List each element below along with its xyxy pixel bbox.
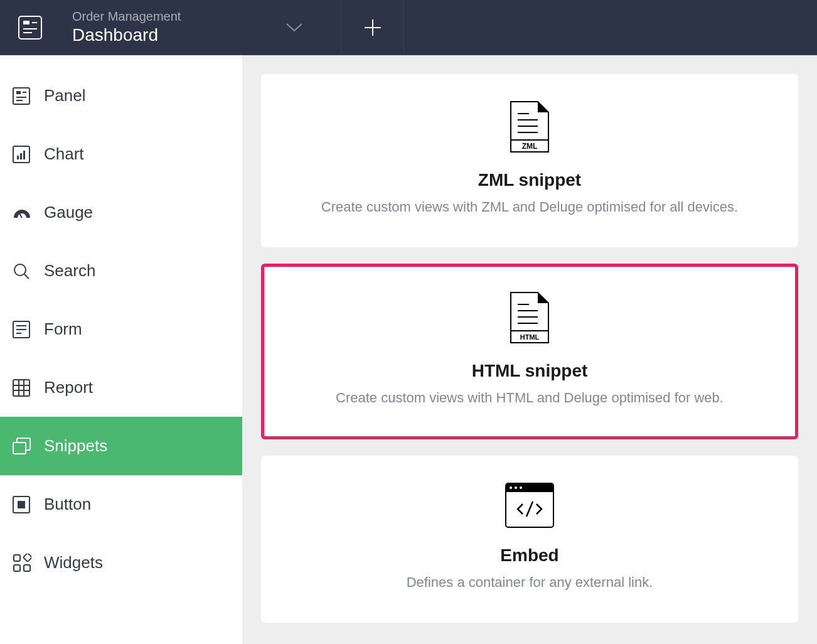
card-title: HTML snippet: [289, 361, 770, 381]
sidebar-item-label: Button: [44, 495, 91, 514]
svg-rect-8: [16, 91, 21, 94]
card-embed[interactable]: Embed Defines a container for any extern…: [261, 456, 798, 623]
card-description: Defines a container for any external lin…: [288, 574, 771, 591]
button-icon: [13, 496, 44, 513]
sidebar-item-label: Search: [44, 261, 95, 281]
card-description: Create custom views with HTML and Deluge…: [289, 390, 770, 406]
svg-rect-3: [23, 28, 37, 30]
svg-rect-28: [13, 443, 26, 454]
sidebar-item-widgets[interactable]: Widgets: [0, 534, 242, 592]
form-icon: [13, 321, 44, 338]
plus-icon: [363, 18, 382, 37]
svg-point-51: [515, 486, 517, 489]
svg-rect-14: [20, 153, 22, 159]
header-subtitle: Order Management: [72, 9, 286, 24]
sidebar-item-label: Report: [44, 378, 93, 397]
svg-rect-15: [23, 151, 25, 159]
sidebar-item-label: Chart: [44, 144, 84, 164]
chart-icon: [13, 146, 44, 163]
sidebar-item-panel[interactable]: Panel: [0, 67, 242, 125]
search-icon: [13, 262, 44, 280]
svg-rect-13: [17, 156, 19, 159]
svg-point-50: [510, 486, 512, 489]
svg-text:ZML: ZML: [522, 142, 538, 151]
svg-text:HTML: HTML: [520, 333, 540, 341]
svg-point-52: [520, 486, 522, 489]
svg-rect-30: [18, 501, 25, 508]
header: Order Management Dashboard: [0, 0, 817, 55]
header-title-section[interactable]: Order Management Dashboard: [60, 0, 341, 55]
sidebar-item-label: Gauge: [44, 203, 93, 222]
chevron-down-icon[interactable]: [286, 23, 322, 33]
svg-rect-4: [23, 32, 32, 33]
svg-rect-23: [13, 380, 29, 396]
svg-point-17: [14, 264, 26, 276]
card-html-snippet[interactable]: HTML HTML snippet Create custom views wi…: [261, 264, 798, 439]
sidebar-item-search[interactable]: Search: [0, 242, 242, 300]
widgets-icon: [13, 554, 44, 572]
sidebar-item-report[interactable]: Report: [0, 358, 242, 417]
svg-rect-31: [14, 555, 20, 561]
svg-rect-32: [14, 565, 20, 571]
card-zml-snippet[interactable]: ZML ZML snippet Create custom views with…: [261, 74, 798, 247]
snippets-icon: [13, 437, 44, 455]
sidebar-item-label: Form: [44, 319, 82, 339]
html-document-icon: HTML: [289, 292, 770, 343]
sidebar-item-form[interactable]: Form: [0, 300, 242, 358]
sidebar-item-label: Snippets: [44, 436, 107, 456]
embed-window-icon: [288, 483, 771, 528]
svg-rect-2: [32, 22, 37, 23]
sidebar-item-chart[interactable]: Chart: [0, 125, 242, 183]
sidebar-item-button[interactable]: Button: [0, 475, 242, 534]
svg-rect-34: [23, 554, 31, 562]
sidebar-item-label: Panel: [44, 86, 86, 105]
card-title: Embed: [288, 545, 771, 566]
svg-line-18: [24, 274, 29, 279]
svg-rect-1: [23, 21, 29, 24]
panel-icon: [13, 87, 44, 105]
svg-rect-49: [506, 489, 553, 492]
svg-rect-33: [24, 565, 30, 571]
sidebar-item-snippets[interactable]: Snippets: [0, 417, 242, 475]
svg-rect-0: [19, 16, 41, 39]
app-logo: [0, 16, 60, 40]
report-icon: [13, 379, 44, 397]
svg-rect-7: [13, 88, 29, 104]
header-title: Dashboard: [72, 25, 286, 45]
sidebar-item-label: Widgets: [44, 553, 103, 572]
sidebar: Panel Chart Gauge: [0, 55, 242, 644]
card-description: Create custom views with ZML and Deluge …: [288, 199, 771, 215]
zml-document-icon: ZML: [288, 101, 771, 153]
sidebar-item-gauge[interactable]: Gauge: [0, 183, 242, 242]
add-button[interactable]: [341, 0, 404, 55]
gauge-icon: [13, 207, 44, 219]
card-title: ZML snippet: [288, 170, 771, 190]
main-content: ZML ZML snippet Create custom views with…: [242, 55, 817, 644]
